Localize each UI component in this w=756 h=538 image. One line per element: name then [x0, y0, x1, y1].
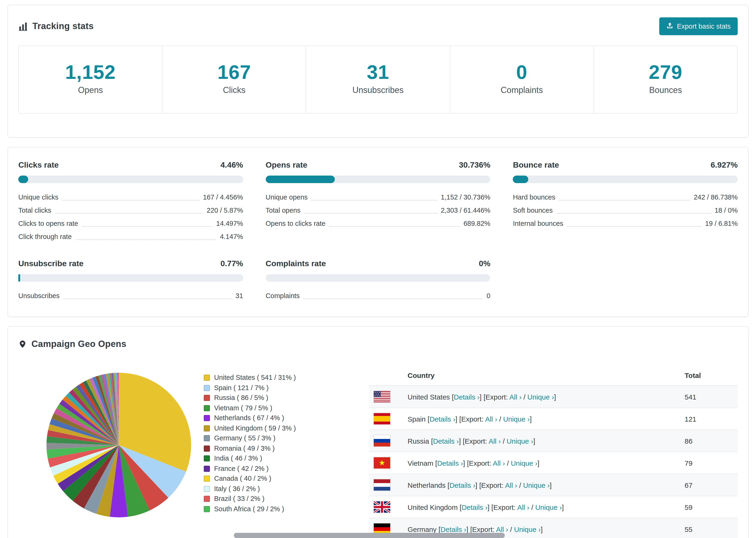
legend-label: France ( 42 / 2% ): [214, 463, 269, 474]
export-all-link[interactable]: All ›: [493, 459, 505, 467]
export-unique-link[interactable]: Unique ›: [507, 437, 533, 445]
legend-swatch: [204, 456, 210, 462]
tracking-stats-header: Tracking stats Export basic stats: [8, 5, 748, 44]
tracking-stats-card: Tracking stats Export basic stats 1,152 …: [8, 5, 748, 137]
metric-label: Internal bounces: [513, 217, 563, 230]
export-unique-link[interactable]: Unique ›: [511, 459, 537, 467]
campaign-geo-opens-card: Campaign Geo Opens United States ( 541 /…: [8, 326, 748, 538]
rates-card: Clicks rate 4.46% Unique clicks 167 / 4.…: [8, 147, 748, 317]
metric-row: Unique clicks 167 / 4.456%: [18, 190, 243, 204]
details-link[interactable]: Details ›: [429, 415, 455, 423]
legend-swatch: [204, 466, 210, 472]
geo-table-row: United States [Details ›] [Export: All ›…: [369, 386, 738, 408]
export-all-link[interactable]: All ›: [496, 525, 508, 533]
metric-value: 220 / 5.87%: [207, 204, 243, 217]
metric-label: Unique clicks: [18, 190, 58, 204]
geo-table-row: Vietnam [Details ›] [Export: All › / Uni…: [369, 452, 738, 474]
dotted-leader: [329, 226, 460, 227]
metric-value: 14.497%: [216, 217, 243, 230]
export-unique-link[interactable]: Unique ›: [535, 503, 562, 511]
legend-swatch: [204, 425, 210, 431]
legend-swatch: [204, 446, 210, 452]
opens-count: 1,152: [19, 62, 162, 83]
export-button-label: Export basic stats: [677, 23, 730, 30]
dotted-leader: [304, 213, 437, 214]
legend-label: Canada ( 40 / 2% ): [214, 474, 271, 484]
details-link[interactable]: Details ›: [441, 525, 466, 533]
metric-value: 0: [487, 289, 490, 302]
legend-item: Canada ( 40 / 2% ): [204, 474, 369, 484]
metric-row: Soft bounces 18 / 0%: [513, 204, 738, 217]
country-cell: Netherlands [Details ›] [Export: All › /…: [404, 474, 681, 496]
export-unique-link[interactable]: Unique ›: [514, 525, 541, 533]
metric-value: 18 / 0%: [715, 204, 738, 217]
bounce-rate-metrics: Hard bounces 242 / 86.738% Soft bounces …: [513, 190, 738, 230]
horizontal-scrollbar-thumb[interactable]: [234, 533, 505, 538]
dotted-leader: [62, 200, 199, 200]
bounce-rate-title: Bounce rate: [513, 161, 559, 170]
legend-label: United States ( 541 / 31% ): [214, 373, 296, 383]
country-cell: Russia [Details ›] [Export: All › / Uniq…: [404, 430, 681, 452]
export-all-link[interactable]: All ›: [510, 393, 522, 401]
export-all-link[interactable]: All ›: [517, 503, 529, 511]
dotted-leader: [303, 298, 483, 299]
legend-item: India ( 46 / 3% ): [204, 454, 369, 463]
metric-label: Unique opens: [266, 190, 307, 204]
metric-row: Click through rate 4.147%: [18, 230, 243, 243]
details-link[interactable]: Details ›: [449, 481, 475, 489]
legend-item: South Africa ( 29 / 2% ): [204, 504, 369, 514]
geo-table-container: Country Total United States [Details ›] …: [369, 365, 738, 538]
export-unique-link[interactable]: Unique ›: [523, 481, 550, 489]
geo-header: Campaign Geo Opens: [8, 327, 748, 358]
legend-item: Spain ( 121 / 7% ): [204, 383, 369, 393]
tracking-stats-title: Tracking stats: [32, 21, 94, 31]
export-all-link[interactable]: All ›: [489, 437, 501, 445]
unsubscribe-rate-title: Unsubscribe rate: [18, 259, 83, 269]
details-link[interactable]: Details ›: [433, 437, 459, 445]
export-icon: [666, 22, 673, 30]
metric-label: Opens to clicks rate: [266, 217, 325, 230]
export-all-link[interactable]: All ›: [485, 415, 497, 423]
metric-value: 19 / 6.81%: [705, 217, 738, 230]
dotted-leader: [567, 226, 701, 227]
stats-strip: 1,152 Opens 167 Clicks 31 Unsubscribes 0…: [18, 45, 738, 114]
metric-label: Soft bounces: [513, 204, 553, 217]
details-link[interactable]: Details ›: [454, 393, 480, 401]
bounce-rate-value: 6.927%: [711, 161, 738, 170]
export-unique-link[interactable]: Unique ›: [503, 415, 530, 423]
metric-value: 2,303 / 61.446%: [441, 204, 490, 217]
geo-table: Country Total United States [Details ›] …: [369, 365, 738, 538]
total-cell: 541: [681, 386, 738, 408]
legend-swatch: [204, 496, 210, 502]
legend-label: Russia ( 86 / 5% ): [214, 393, 268, 403]
rate-section-bounce: Bounce rate 6.927% Hard bounces 242 / 86…: [513, 161, 738, 243]
details-link[interactable]: Details ›: [437, 459, 463, 467]
legend-swatch: [204, 486, 210, 492]
stat-box-complaints: 0 Complaints: [450, 46, 593, 113]
metric-value: 689.82%: [463, 217, 490, 230]
export-all-link[interactable]: All ›: [505, 481, 517, 489]
complaints-count: 0: [450, 62, 593, 83]
legend-label: Vietnam ( 79 / 5% ): [214, 403, 272, 413]
total-cell: 67: [681, 474, 738, 496]
metric-row: Opens to clicks rate 689.82%: [266, 217, 490, 230]
legend-item: Romania ( 49 / 3% ): [204, 443, 369, 454]
dashboard-page: Tracking stats Export basic stats 1,152 …: [0, 0, 756, 538]
legend-item: United States ( 541 / 31% ): [204, 373, 369, 383]
country-flag-nl-icon: [369, 474, 404, 496]
export-unique-link[interactable]: Unique ›: [527, 393, 554, 401]
complaints-rate-title: Complaints rate: [266, 259, 326, 269]
legend-label: South Africa ( 29 / 2% ): [214, 504, 284, 514]
details-link[interactable]: Details ›: [461, 503, 487, 511]
unsubscribe-rate-metrics: Unsubscribes 31: [18, 289, 243, 302]
country-cell: Vietnam [Details ›] [Export: All › / Uni…: [404, 452, 681, 474]
rate-section-clicks: Clicks rate 4.46% Unique clicks 167 / 4.…: [18, 161, 243, 243]
metric-row: Unsubscribes 31: [18, 289, 243, 302]
unsubscribe-rate-value: 0.77%: [220, 259, 243, 269]
export-basic-stats-button[interactable]: Export basic stats: [659, 17, 738, 35]
legend-label: Romania ( 49 / 3% ): [214, 443, 275, 454]
legend-item: Russia ( 86 / 5% ): [204, 393, 369, 403]
geo-table-header-row: Country Total: [369, 365, 738, 386]
dotted-leader: [311, 200, 437, 200]
metric-label: Unsubscribes: [18, 289, 60, 302]
